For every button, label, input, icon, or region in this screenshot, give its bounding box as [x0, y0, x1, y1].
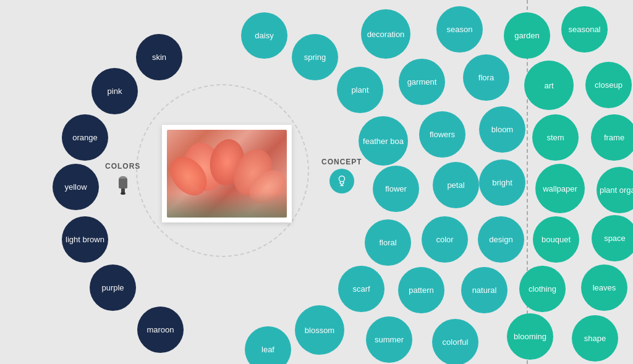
concept-bubble-bouquet[interactable]: bouquet [533, 216, 579, 263]
colors-label: COLORS [105, 162, 140, 171]
concept-bubble-shape[interactable]: shape [572, 315, 618, 362]
concept-bubble-art[interactable]: art [524, 61, 574, 110]
concept-bubble-bloom[interactable]: bloom [479, 106, 525, 153]
svg-rect-1 [119, 179, 127, 188]
color-bubble-purple[interactable]: purple [90, 265, 136, 311]
concept-bubble-garden[interactable]: garden [504, 12, 550, 59]
concept-bubble-garment[interactable]: garment [399, 59, 445, 105]
concept-bubble-flowers[interactable]: flowers [419, 111, 465, 158]
svg-point-3 [121, 192, 125, 195]
center-image [162, 125, 292, 222]
concept-bubble-spring[interactable]: spring [292, 34, 338, 80]
color-bubble-light-brown[interactable]: light brown [62, 216, 108, 263]
paint-icon [113, 173, 133, 198]
concept-bubble-closeup[interactable]: closeup [585, 62, 632, 108]
concept-bubble-colorful[interactable]: colorful [432, 319, 478, 364]
concept-bubble-leaves[interactable]: leaves [581, 265, 627, 311]
concept-icon [329, 169, 354, 193]
concept-bubble-leaf[interactable]: leaf [245, 326, 291, 364]
concept-bubble-season[interactable]: season [436, 6, 483, 53]
concept-label: CONCEPT [321, 158, 362, 166]
svg-point-4 [339, 176, 344, 182]
concept-bubble-bright[interactable]: bright [479, 159, 525, 206]
concept-bubble-decoration[interactable]: decoration [361, 9, 410, 59]
concept-bubble-flora[interactable]: flora [463, 54, 509, 101]
concept-bubble-stem[interactable]: stem [532, 114, 579, 161]
color-bubble-maroon[interactable]: maroon [137, 307, 184, 353]
concept-bubble-plant[interactable]: plant [337, 67, 383, 113]
concept-bubble-blossom[interactable]: blossom [295, 305, 344, 355]
concept-bubble-frame[interactable]: frame [591, 114, 633, 161]
concept-label-group: CONCEPT [321, 158, 362, 193]
colors-label-group: COLORS [105, 162, 140, 198]
color-bubble-yellow[interactable]: yellow [53, 164, 99, 210]
color-bubble-orange[interactable]: orange [62, 114, 108, 161]
concept-bubble-floral[interactable]: floral [365, 219, 411, 266]
concept-bubble-scarf[interactable]: scarf [338, 266, 384, 312]
color-bubble-pink[interactable]: pink [91, 68, 138, 114]
concept-bubble-seasonal[interactable]: seasonal [561, 6, 608, 53]
concept-bubble-flower[interactable]: flower [373, 166, 419, 212]
concept-bubble-wallpaper[interactable]: wallpaper [535, 164, 585, 213]
concept-bubble-clothing[interactable]: clothing [519, 266, 566, 312]
concept-bubble-petal[interactable]: petal [433, 162, 479, 208]
concept-bubble-plant-organ[interactable]: plant organ [597, 167, 633, 213]
concept-bubble-blooming[interactable]: blooming [507, 313, 553, 360]
concept-bubble-daisy[interactable]: daisy [241, 12, 287, 59]
concept-bubble-natural[interactable]: natural [461, 267, 508, 313]
concept-bubble-color[interactable]: color [422, 216, 468, 263]
concept-bubble-pattern[interactable]: pattern [398, 267, 444, 313]
concept-bubble-summer[interactable]: summer [366, 316, 412, 363]
concept-bubble-space[interactable]: space [592, 215, 633, 261]
color-bubble-skin[interactable]: skin [136, 34, 182, 80]
concept-bubble-feather-boa[interactable]: feather boa [359, 116, 408, 166]
concept-bubble-design[interactable]: design [478, 216, 524, 263]
